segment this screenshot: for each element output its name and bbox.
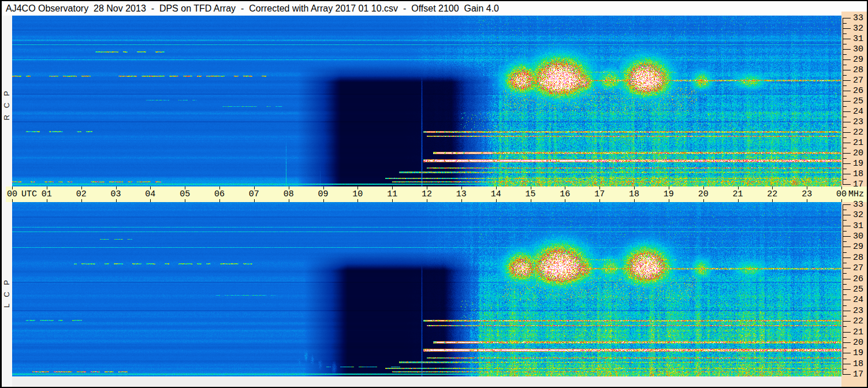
freq-major-tick bbox=[843, 300, 851, 300]
freq-major-tick bbox=[843, 184, 851, 185]
freq-minor-tick bbox=[843, 96, 847, 96]
freq-tick-label: 22 bbox=[853, 128, 863, 137]
app-window: AJ4CO Observatory 28 Nov 2013 - DPS on T… bbox=[0, 0, 868, 388]
freq-minor-tick bbox=[843, 106, 847, 107]
time-axis: 0001020304050607080910111213141516171819… bbox=[6, 186, 867, 202]
freq-minor-tick bbox=[843, 220, 847, 221]
time-label: 10 bbox=[352, 189, 363, 199]
freq-minor-tick bbox=[843, 65, 847, 65]
time-tick bbox=[703, 199, 704, 202]
time-label: 06 bbox=[214, 189, 225, 199]
freq-major-tick bbox=[843, 153, 851, 154]
freq-axis-unit-label: MHz bbox=[848, 189, 864, 199]
time-label: 05 bbox=[180, 189, 190, 199]
freq-minor-tick bbox=[843, 369, 847, 370]
freq-major-tick bbox=[843, 258, 851, 258]
time-tick bbox=[185, 199, 185, 202]
time-label: 15 bbox=[525, 189, 535, 199]
freq-major-tick bbox=[843, 163, 851, 164]
time-tick bbox=[599, 199, 600, 202]
freq-minor-tick bbox=[843, 359, 847, 359]
freq-minor-tick bbox=[843, 273, 847, 274]
bottom-margin-strip bbox=[12, 376, 841, 387]
time-tick bbox=[12, 199, 13, 202]
freq-major-tick bbox=[843, 332, 851, 333]
freq-tick-label: 28 bbox=[853, 253, 863, 263]
freq-minor-tick bbox=[843, 252, 847, 253]
freq-minor-tick bbox=[843, 337, 847, 338]
freq-major-tick bbox=[843, 70, 851, 70]
freq-minor-tick bbox=[843, 44, 847, 44]
freq-major-tick bbox=[843, 28, 851, 29]
freq-major-tick bbox=[843, 111, 851, 112]
time-tick bbox=[81, 199, 82, 202]
lcp-panel-label-text: L C P bbox=[3, 279, 12, 307]
freq-tick-label: 22 bbox=[853, 316, 863, 326]
time-tick bbox=[150, 199, 151, 202]
time-tick bbox=[289, 199, 289, 202]
freq-minor-tick bbox=[843, 127, 847, 128]
freq-major-tick bbox=[843, 321, 851, 322]
lcp-spectrogram[interactable] bbox=[12, 202, 841, 376]
freq-minor-tick bbox=[843, 54, 847, 55]
freq-major-tick bbox=[843, 279, 851, 279]
time-label: 11 bbox=[387, 189, 397, 199]
freq-minor-tick bbox=[843, 294, 847, 295]
time-tick bbox=[669, 199, 669, 202]
time-label: 23 bbox=[802, 189, 812, 199]
freq-major-tick bbox=[843, 59, 851, 60]
rcp-spectrogram[interactable] bbox=[12, 16, 841, 186]
freq-minor-tick bbox=[843, 316, 847, 316]
freq-tick-label: 26 bbox=[853, 86, 863, 96]
freq-minor-tick bbox=[843, 75, 847, 76]
freq-minor-tick bbox=[843, 158, 847, 159]
freq-major-tick bbox=[843, 122, 851, 122]
freq-major-tick bbox=[843, 174, 851, 174]
freq-tick-label: 25 bbox=[853, 96, 863, 106]
time-tick bbox=[427, 199, 427, 202]
freq-major-tick bbox=[843, 91, 851, 91]
time-tick bbox=[254, 199, 255, 202]
time-label: 00 bbox=[836, 189, 847, 199]
time-tick bbox=[357, 199, 358, 202]
time-tick bbox=[841, 199, 842, 202]
freq-tick-label: 28 bbox=[853, 65, 863, 75]
time-tick bbox=[496, 199, 497, 202]
freq-major-tick bbox=[843, 353, 851, 353]
time-label: 20 bbox=[698, 189, 709, 199]
freq-tick-label: 18 bbox=[853, 169, 863, 179]
freq-major-tick bbox=[843, 18, 851, 18]
freq-minor-tick bbox=[843, 169, 847, 169]
freq-minor-tick bbox=[843, 85, 847, 86]
freq-tick-label: 33 bbox=[853, 13, 863, 23]
freq-major-tick bbox=[843, 342, 851, 343]
freq-tick-label: 29 bbox=[853, 242, 863, 252]
time-label: 00 bbox=[7, 189, 17, 199]
time-tick bbox=[47, 199, 47, 202]
freq-tick-label: 23 bbox=[853, 117, 863, 127]
freq-major-tick bbox=[843, 311, 851, 311]
freq-tick-label: 32 bbox=[853, 210, 863, 220]
freq-tick-label: 21 bbox=[853, 138, 863, 148]
page-title: AJ4CO Observatory 28 Nov 2013 - DPS on T… bbox=[6, 3, 499, 14]
freq-minor-tick bbox=[843, 284, 847, 285]
time-tick bbox=[772, 199, 773, 202]
freq-minor-tick bbox=[843, 263, 847, 263]
freq-tick-label: 31 bbox=[853, 221, 863, 231]
time-label: 13 bbox=[456, 189, 467, 199]
freq-tick-label: 30 bbox=[853, 232, 863, 241]
freq-major-tick bbox=[843, 268, 851, 268]
time-label: 08 bbox=[284, 189, 294, 199]
freq-tick-label: 30 bbox=[853, 44, 863, 54]
freq-tick-label: 29 bbox=[853, 55, 863, 65]
time-tick bbox=[565, 199, 565, 202]
freq-tick-label: 23 bbox=[853, 306, 863, 316]
time-label: 17 bbox=[594, 189, 605, 199]
freq-tick-label: 25 bbox=[853, 285, 863, 294]
freq-minor-tick bbox=[843, 23, 847, 24]
freq-major-tick bbox=[843, 236, 851, 237]
freq-tick-label: 24 bbox=[853, 107, 863, 117]
freq-major-tick bbox=[843, 143, 851, 143]
freq-minor-tick bbox=[843, 33, 847, 34]
freq-major-tick bbox=[843, 364, 851, 364]
